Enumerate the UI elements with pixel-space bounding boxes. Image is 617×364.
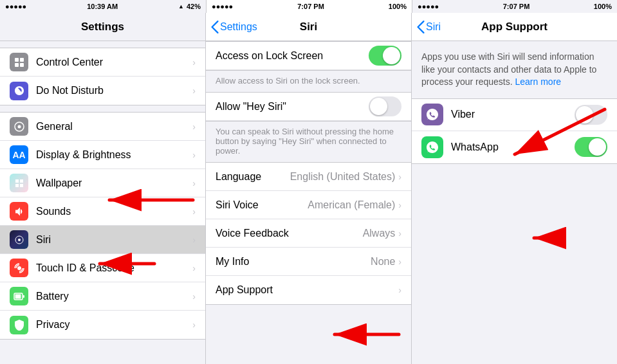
privacy-icon <box>10 316 28 334</box>
chevron-control-center <box>192 57 196 68</box>
sounds-label: Sounds <box>36 206 192 217</box>
settings-nav: Settings <box>0 13 205 41</box>
svg-point-7 <box>17 266 21 270</box>
chevron-siri <box>192 235 196 245</box>
settings-row-control-center[interactable]: Control Center <box>0 48 205 77</box>
chevron-battery <box>192 291 196 302</box>
viber-name: Viber <box>451 109 575 120</box>
settings-row-battery[interactable]: Battery <box>0 282 205 311</box>
chevron-siri-voice <box>398 200 401 210</box>
svg-rect-9 <box>15 294 21 298</box>
settings-row-wallpaper[interactable]: Wallpaper <box>0 169 205 197</box>
hey-siri-toggle[interactable] <box>369 96 401 116</box>
settings-row-siri[interactable]: Siri <box>0 226 205 254</box>
settings-row-do-not-disturb[interactable]: Do Not Disturb <box>0 77 205 105</box>
siri-voice-row[interactable]: Siri Voice American (Female) <box>206 191 411 219</box>
viber-icon <box>421 104 443 125</box>
svg-rect-10 <box>23 295 24 298</box>
do-not-disturb-label: Do Not Disturb <box>36 85 192 96</box>
app-row-whatsapp[interactable]: WhatsApp <box>412 131 617 163</box>
time-panel3: 7:07 PM <box>503 3 530 10</box>
siri-language-row[interactable]: Language English (United States) <box>206 163 411 191</box>
svg-rect-0 <box>15 58 19 62</box>
touch-id-icon <box>10 259 28 277</box>
svg-point-5 <box>17 125 21 128</box>
siri-back-label: Settings <box>220 21 257 33</box>
settings-title: Settings <box>81 21 124 33</box>
settings-group-2: General AA Display & Brightness <box>0 112 205 340</box>
siri-icon <box>10 230 28 249</box>
voice-feedback-value: Always <box>363 228 396 239</box>
app-list: Viber WhatsApp <box>412 98 617 164</box>
lock-screen-description: Allow access to Siri on the lock screen. <box>206 71 411 92</box>
location-icon: ▲ <box>178 3 184 10</box>
voice-feedback-row[interactable]: Voice Feedback Always <box>206 219 411 248</box>
lock-screen-block: Access on Lock Screen <box>206 41 411 71</box>
battery-panel1: 42% <box>187 3 201 10</box>
settings-row-privacy[interactable]: Privacy <box>0 311 205 339</box>
settings-panel: Settings Control Center <box>0 13 206 364</box>
chevron-my-info <box>398 257 401 267</box>
chevron-app-support <box>398 285 401 295</box>
app-support-back-button[interactable]: Siri <box>417 21 441 33</box>
siri-label: Siri <box>36 234 192 246</box>
app-support-row[interactable]: App Support <box>206 276 411 304</box>
wallpaper-icon <box>10 174 28 192</box>
siri-voice-value: American (Female) <box>308 199 395 211</box>
general-icon <box>10 117 28 136</box>
my-info-row[interactable]: My Info None <box>206 248 411 276</box>
hey-siri-label: Allow "Hey Siri" <box>216 101 369 113</box>
whatsapp-name: WhatsApp <box>451 141 575 153</box>
viber-toggle[interactable] <box>575 105 607 125</box>
siri-voice-label: Siri Voice <box>216 199 308 211</box>
whatsapp-toggle[interactable] <box>575 137 607 157</box>
status-bar-panel3: ●●●●● 7:07 PM 100% <box>412 0 617 13</box>
hey-siri-block: Allow "Hey Siri" <box>206 92 411 122</box>
settings-group-1: Control Center Do Not Disturb <box>0 48 205 105</box>
sounds-icon <box>10 202 28 221</box>
siri-title: Siri <box>300 21 317 33</box>
do-not-disturb-icon <box>10 82 28 100</box>
lock-screen-row: Access on Lock Screen <box>206 42 411 70</box>
battery-label: Battery <box>36 291 192 302</box>
app-row-viber[interactable]: Viber <box>412 99 617 131</box>
siri-panel: Settings Siri Access on Lock Screen Allo… <box>206 13 412 364</box>
app-support-title: App Support <box>481 21 548 33</box>
display-label: Display & Brightness <box>36 149 192 161</box>
app-support-nav-label: App Support <box>216 284 398 296</box>
whatsapp-icon <box>421 136 443 158</box>
settings-row-general[interactable]: General <box>0 113 205 141</box>
chevron-voice-feedback <box>398 228 401 239</box>
svg-rect-1 <box>20 58 24 62</box>
my-info-label: My Info <box>216 256 371 268</box>
learn-more-link[interactable]: Learn more <box>515 77 562 87</box>
settings-row-sounds[interactable]: Sounds <box>0 197 205 226</box>
language-label: Language <box>216 171 290 183</box>
control-center-label: Control Center <box>36 57 192 68</box>
settings-row-display[interactable]: AA Display & Brightness <box>0 141 205 169</box>
settings-row-touch-id[interactable]: Touch ID & Passcode <box>0 254 205 282</box>
hey-siri-description: You can speak to Siri without pressing t… <box>206 122 411 162</box>
battery-panel3: 100% <box>594 3 612 10</box>
general-label: General <box>36 121 192 132</box>
siri-back-button[interactable]: Settings <box>211 21 257 33</box>
chevron-privacy <box>192 320 196 330</box>
chevron-display <box>192 150 196 160</box>
signal-dots: ●●●●● <box>5 3 26 10</box>
chevron-sounds <box>192 206 196 217</box>
lock-screen-toggle[interactable] <box>369 46 401 66</box>
status-bar-panel1: ●●●●● 10:39 AM ▲ 42% <box>0 0 206 13</box>
time-panel1: 10:39 AM <box>87 3 118 10</box>
voice-feedback-label: Voice Feedback <box>216 228 363 239</box>
chevron-touch-id <box>192 263 196 273</box>
app-support-panel: Siri App Support Apps you use with Siri … <box>412 13 617 364</box>
battery-panel2: 100% <box>389 3 407 10</box>
siri-nav: Settings Siri <box>206 13 411 41</box>
display-icon: AA <box>10 145 28 164</box>
status-bar-panel2: ●●●●● 7:07 PM 100% <box>206 0 412 13</box>
lock-screen-label: Access on Lock Screen <box>216 50 369 62</box>
touch-id-label: Touch ID & Passcode <box>36 262 192 274</box>
app-support-back-label: Siri <box>426 21 441 33</box>
time-panel2: 7:07 PM <box>297 3 324 10</box>
chevron-do-not-disturb <box>192 86 196 96</box>
